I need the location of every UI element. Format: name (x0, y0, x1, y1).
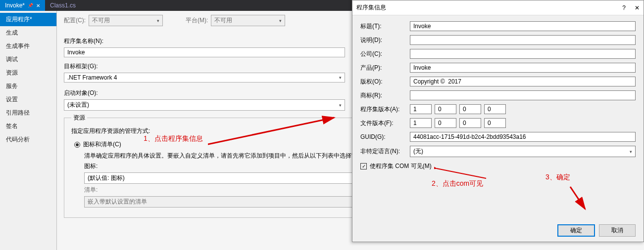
dlg-company-label: 公司(C): (360, 50, 410, 58)
annotation-2: 2、点击com可见 (432, 179, 483, 188)
tab-class1[interactable]: Class1.cs (45, 0, 81, 11)
dlg-guid-label: GUID(G): (360, 133, 410, 140)
dlg-file-ver-1[interactable] (435, 118, 456, 128)
close-icon[interactable]: ✕ (36, 3, 40, 8)
dlg-product-input[interactable] (410, 63, 636, 73)
assembly-info-dialog: 程序集信息 ? ✕ 标题(T): 说明(D): 公司(C): 产品(P): 版权… (352, 0, 644, 242)
dlg-neutral-language-combo[interactable]: (无)▾ (410, 146, 636, 157)
dlg-neutral-language-label: 非特定语言(N): (360, 147, 410, 156)
startup-object-label: 启动对象(O): (64, 89, 345, 97)
dlg-com-visible-label: 使程序集 COM 可见(M) (370, 162, 432, 170)
tab-invoke[interactable]: Invoke* 📌 ✕ (0, 0, 45, 11)
radio-icon-manifest[interactable] (74, 142, 80, 148)
dlg-asm-ver-0[interactable] (410, 104, 432, 114)
sidebar-item-services[interactable]: 服务 (0, 80, 56, 93)
assembly-name-input[interactable] (64, 47, 345, 57)
dlg-description-label: 说明(D): (360, 36, 410, 44)
chevron-down-icon: ▾ (157, 18, 159, 23)
tab-label: Invoke* (5, 2, 25, 9)
chevron-down-icon: ▾ (630, 149, 632, 154)
sidebar-item-resources[interactable]: 资源 (0, 66, 56, 80)
dlg-assembly-version-label: 程序集版本(A): (360, 105, 410, 114)
sidebar-item-settings[interactable]: 设置 (0, 93, 56, 106)
tab-label: Class1.cs (50, 2, 76, 9)
dlg-file-ver-0[interactable] (410, 118, 432, 128)
target-framework-combo[interactable]: .NET Framework 4▾ (64, 73, 345, 83)
sidebar-item-debug[interactable]: 调试 (0, 53, 56, 66)
pin-icon: 📌 (28, 3, 33, 8)
platform-label: 平台(M): (186, 16, 208, 25)
sidebar-item-code-analysis[interactable]: 代码分析 (0, 133, 56, 146)
configuration-label: 配置(C): (64, 16, 86, 25)
dlg-trademark-label: 商标(R): (360, 91, 410, 100)
dlg-asm-ver-2[interactable] (459, 104, 481, 114)
dlg-file-version-label: 文件版本(F): (360, 119, 410, 127)
dlg-copyright-label: 版权(O): (360, 78, 410, 86)
dlg-copyright-input[interactable] (410, 77, 636, 86)
dlg-asm-ver-1[interactable] (435, 104, 456, 114)
dlg-title-label: 标题(T): (360, 22, 410, 31)
sidebar-item-reference-paths[interactable]: 引用路径 (0, 106, 56, 120)
configuration-combo: 不可用▾ (89, 15, 163, 26)
assembly-name-label: 程序集名称(N): (64, 37, 345, 45)
sidebar-item-signing[interactable]: 签名 (0, 120, 56, 133)
chevron-down-icon: ▾ (339, 103, 342, 108)
dlg-company-input[interactable] (410, 49, 636, 59)
radio-icon-manifest-label: 图标和清单(C) (83, 140, 121, 149)
ok-button[interactable]: 确定 (557, 224, 595, 237)
sidebar-item-build[interactable]: 生成 (0, 26, 56, 40)
chevron-down-icon: ▾ (279, 18, 282, 23)
dlg-com-visible-checkbox[interactable]: ✓ (360, 163, 367, 169)
dlg-file-ver-2[interactable] (459, 118, 481, 128)
cancel-button[interactable]: 取消 (599, 224, 636, 237)
platform-combo: 不可用▾ (211, 15, 285, 26)
dlg-title-input[interactable] (410, 21, 636, 31)
dlg-trademark-input[interactable] (410, 90, 636, 100)
sidebar-item-build-events[interactable]: 生成事件 (0, 40, 56, 53)
help-icon[interactable]: ? (622, 4, 626, 11)
dialog-title: 程序集信息 (356, 3, 386, 12)
dlg-guid-input[interactable] (410, 132, 636, 142)
dialog-titlebar: 程序集信息 ? ✕ (352, 0, 644, 15)
resources-legend: 资源 (71, 114, 87, 122)
dlg-file-ver-3[interactable] (484, 118, 506, 128)
dlg-product-label: 产品(P): (360, 64, 410, 72)
dlg-asm-ver-3[interactable] (484, 104, 506, 114)
chevron-down-icon: ▾ (339, 75, 342, 80)
check-icon: ✓ (362, 164, 366, 169)
target-framework-label: 目标框架(G): (64, 62, 345, 71)
startup-object-combo[interactable]: (未设置)▾ (64, 99, 345, 111)
sidebar-item-application[interactable]: 应用程序* (0, 13, 56, 26)
annotation-3: 3、确定 (545, 173, 570, 182)
svg-line-2 (570, 187, 585, 209)
close-icon[interactable]: ✕ (635, 4, 640, 11)
dlg-description-input[interactable] (410, 35, 636, 45)
arrow-3 (565, 184, 590, 214)
properties-sidebar: 应用程序* 生成 生成事件 调试 资源 服务 设置 引用路径 签名 代码分析 (0, 11, 57, 250)
